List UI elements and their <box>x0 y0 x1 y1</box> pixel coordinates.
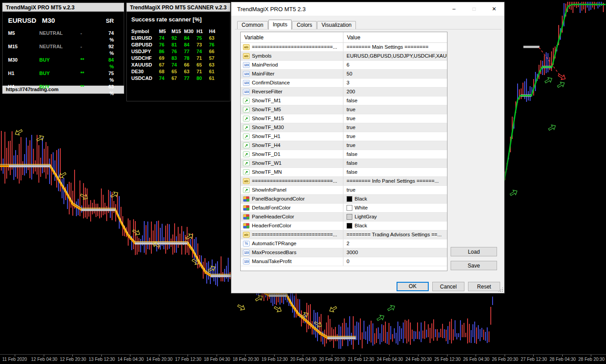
buy-signal-arrow <box>387 304 396 312</box>
param-row[interactable]: ab===========================...========… <box>241 230 447 239</box>
param-value-cell[interactable]: ======== Trading Advisors Settings ==... <box>343 230 447 239</box>
param-row[interactable]: ↗ShowTF_W1false <box>241 159 447 168</box>
param-value-cell[interactable]: false <box>343 159 447 167</box>
save-button[interactable]: Save <box>451 261 497 270</box>
time-axis[interactable]: 11 Feb 202012 Feb 04:3012 Feb 20:3013 Fe… <box>0 354 606 364</box>
param-value-cell[interactable]: 3 <box>343 79 447 87</box>
time-axis-tick <box>188 355 188 356</box>
param-value-cell[interactable]: true <box>343 186 447 194</box>
param-value-cell[interactable]: 2 <box>343 239 447 248</box>
param-row[interactable]: ↗ShowTF_M30true <box>241 123 447 132</box>
reset-button[interactable]: Reset <box>468 282 500 291</box>
param-value: ======== Info Panel Settings ======... <box>347 177 439 185</box>
scanner-value: 74 <box>196 48 209 55</box>
param-row[interactable]: abSymbolsEURUSD,GBPUSD,USDJPY,USDCHF,XAU… <box>241 52 447 61</box>
param-row[interactable]: ab===========================...========… <box>241 43 447 52</box>
param-row[interactable]: 123ReverseFilter200 <box>241 88 447 96</box>
param-value: 3 <box>347 79 349 87</box>
minimize-button[interactable]: – <box>444 2 464 16</box>
param-name: ConfirmDistance <box>252 79 290 87</box>
bool-type-icon: ↗ <box>243 151 250 157</box>
indicator-row: M15NEUTRAL-92 % <box>8 43 118 57</box>
param-value-cell[interactable]: true <box>343 105 447 114</box>
cancel-button[interactable]: Cancel <box>432 282 464 291</box>
param-row[interactable]: DefaultFontColorWhite <box>241 204 447 213</box>
time-axis-label: 26 Feb 20:30 <box>492 357 518 362</box>
param-row[interactable]: 123MainPeriod6 <box>241 61 447 70</box>
param-value-cell[interactable]: false <box>343 96 447 105</box>
time-axis-label: 20 Feb 04:30 <box>290 357 317 362</box>
scanner-value: 76 <box>171 48 184 55</box>
param-value-cell[interactable]: White <box>343 204 447 212</box>
param-value-cell[interactable]: EURUSD,GBPUSD,USDJPY,USDCHF,XAUUSD... <box>343 52 447 60</box>
ok-button[interactable]: OK <box>397 282 429 291</box>
param-name: ShowTF_H1 <box>252 132 280 141</box>
param-row[interactable]: 123ConfirmDistance3 <box>241 79 447 88</box>
bool-type-icon: ↗ <box>243 134 250 139</box>
param-row[interactable]: 123ManualTakeProfit0 <box>241 257 447 266</box>
scanner-value: 71 <box>196 68 209 75</box>
param-value-cell[interactable]: true <box>343 132 447 141</box>
buy-signal-arrow <box>509 188 518 197</box>
param-value-cell[interactable]: true <box>343 114 447 123</box>
param-value: 200 <box>347 88 355 96</box>
close-button[interactable]: ✕ <box>484 2 504 16</box>
scanner-row: USDCHF6983787157 <box>131 55 226 62</box>
param-value-cell[interactable]: true <box>343 141 447 150</box>
param-value-cell[interactable]: true <box>343 123 447 132</box>
param-row[interactable]: 123MaxProcessedBars3000 <box>241 248 447 257</box>
param-row[interactable]: ↗ShowInfoPaneltrue <box>241 186 447 195</box>
tab-common[interactable]: Common <box>237 21 268 29</box>
param-value: false <box>347 168 357 176</box>
param-row[interactable]: ab===========================...========… <box>241 177 447 186</box>
param-value-cell[interactable]: 6 <box>343 61 447 69</box>
tab-colors[interactable]: Colors <box>292 21 317 29</box>
scanner-row: USDCAD7467778061 <box>131 75 226 82</box>
param-row[interactable]: PanelHeaderColorLightGray <box>241 213 447 222</box>
param-value-cell[interactable]: Black <box>343 195 447 203</box>
color-swatch <box>347 223 352 229</box>
param-row[interactable]: ↗ShowTF_H1true <box>241 132 447 141</box>
param-value-cell[interactable]: false <box>343 150 447 159</box>
scanner-column-header: M5 <box>159 28 171 35</box>
buy-signal-arrow <box>376 314 385 322</box>
param-row[interactable]: PanelBackgroundColorBlack <box>241 195 447 204</box>
param-row[interactable]: ↗ShowTF_MNfalse <box>241 168 447 177</box>
param-value-cell[interactable]: 50 <box>343 70 447 78</box>
param-value-cell[interactable]: false <box>343 168 447 176</box>
maximize-button[interactable]: □ <box>464 2 484 16</box>
param-row[interactable]: ½AutomaticTPRange2 <box>241 239 447 248</box>
load-button[interactable]: Load <box>451 247 497 256</box>
param-value-cell[interactable]: ======== Info Panel Settings ======... <box>343 177 447 185</box>
param-name: ===========================... <box>252 230 337 239</box>
param-name: HeaderFontColor <box>252 222 291 230</box>
variable-column-header: Variable <box>241 32 343 42</box>
param-value-cell[interactable]: LightGray <box>343 213 447 221</box>
scanner-row: DE306865637161 <box>131 68 226 75</box>
param-row[interactable]: HeaderFontColorBlack <box>241 222 447 230</box>
param-value-cell[interactable]: 0 <box>343 257 447 266</box>
scanner-symbol: GBPUSD <box>131 42 159 48</box>
param-name: Symbols <box>252 52 272 60</box>
scanner-column-header: H1 <box>196 28 209 35</box>
param-row[interactable]: ↗ShowTF_D1false <box>241 150 447 159</box>
indicator-panel-title: TrendMagiX PRO MT5 v.2.3 <box>2 3 124 12</box>
sell-signal-arrow <box>273 305 283 314</box>
tab-visualization[interactable]: Visualization <box>317 21 356 29</box>
signal-strength: - <box>80 30 104 43</box>
param-value-cell[interactable]: Black <box>343 222 447 230</box>
scanner-column-header: H4 <box>209 28 222 35</box>
param-row[interactable]: ↗ShowTF_M5true <box>241 105 447 114</box>
tab-inputs[interactable]: Inputs <box>268 20 292 29</box>
dialog-titlebar[interactable]: TrendMagiX PRO MT5 2.3 – □ ✕ <box>231 2 504 16</box>
param-value-cell[interactable]: 3000 <box>343 248 447 257</box>
scanner-value: 78 <box>184 55 196 62</box>
param-value-cell[interactable]: ======== Main Settings ======== <box>343 43 447 51</box>
sell-signal-arrow <box>237 303 246 312</box>
param-row[interactable]: 123MainFilter50 <box>241 70 447 79</box>
param-row[interactable]: ↗ShowTF_M15true <box>241 114 447 123</box>
param-value-cell[interactable]: 200 <box>343 88 447 96</box>
scanner-value: 84 <box>184 42 196 48</box>
param-row[interactable]: ↗ShowTF_H4true <box>241 141 447 150</box>
param-row[interactable]: ↗ShowTF_M1false <box>241 96 447 105</box>
